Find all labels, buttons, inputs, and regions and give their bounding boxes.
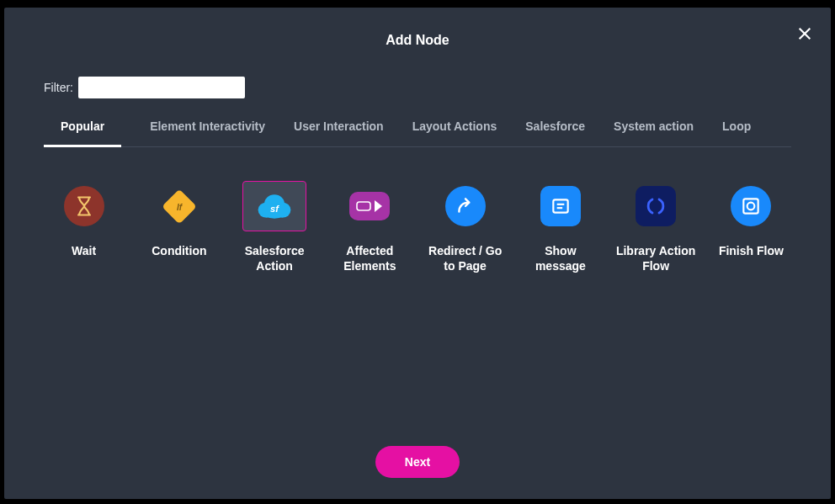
node-icon-wrap bbox=[338, 181, 402, 231]
filter-row: Filter: bbox=[44, 77, 245, 98]
filter-input[interactable] bbox=[78, 77, 245, 98]
tabs: Popular Element Interactivity User Inter… bbox=[44, 119, 791, 147]
node-label: Show message bbox=[520, 243, 600, 273]
node-affected-elements[interactable]: Affected Elements bbox=[330, 181, 410, 273]
node-icon-wrap bbox=[719, 181, 783, 231]
node-label: Wait bbox=[72, 243, 96, 258]
redirect-icon bbox=[445, 186, 486, 226]
finish-flow-icon bbox=[731, 186, 771, 226]
message-icon bbox=[540, 186, 581, 226]
node-grid: Wait If Condition bbox=[44, 181, 791, 273]
node-label: Finish Flow bbox=[719, 243, 784, 258]
next-button[interactable]: Next bbox=[375, 446, 460, 478]
tab-element-interactivity[interactable]: Element Interactivity bbox=[150, 119, 265, 146]
library-icon bbox=[636, 186, 676, 226]
node-icon-wrap: If bbox=[147, 181, 211, 231]
node-icon-wrap bbox=[529, 181, 593, 231]
add-node-modal: Add Node Filter: Popular Element Interac… bbox=[4, 8, 831, 499]
node-label: Affected Elements bbox=[330, 243, 410, 273]
close-button[interactable] bbox=[797, 26, 814, 43]
condition-icon: If bbox=[159, 186, 199, 226]
affected-elements-icon bbox=[349, 192, 390, 220]
wait-icon bbox=[64, 186, 104, 226]
node-finish-flow[interactable]: Finish Flow bbox=[711, 181, 791, 273]
salesforce-icon: sf bbox=[254, 186, 295, 226]
svg-point-14 bbox=[747, 203, 755, 210]
node-icon-wrap bbox=[433, 181, 497, 231]
node-label: Salesforce Action bbox=[235, 243, 315, 273]
node-wait[interactable]: Wait bbox=[44, 181, 124, 273]
close-icon bbox=[797, 26, 812, 41]
filter-label: Filter: bbox=[44, 81, 73, 94]
node-salesforce-action[interactable]: sf Salesforce Action bbox=[235, 181, 315, 273]
svg-text:sf: sf bbox=[270, 204, 279, 214]
node-icon-wrap: sf bbox=[242, 181, 306, 231]
modal-title: Add Node bbox=[4, 33, 831, 48]
node-library-action-flow[interactable]: Library Action Flow bbox=[616, 181, 696, 273]
tab-salesforce[interactable]: Salesforce bbox=[525, 119, 585, 146]
node-label: Redirect / Go to Page bbox=[425, 243, 505, 273]
tab-system-action[interactable]: System action bbox=[614, 119, 694, 146]
tab-user-interaction[interactable]: User Interaction bbox=[294, 119, 384, 146]
svg-rect-13 bbox=[744, 199, 758, 213]
node-icon-wrap bbox=[52, 181, 116, 231]
node-condition[interactable]: If Condition bbox=[139, 181, 219, 273]
svg-rect-10 bbox=[553, 199, 567, 212]
node-label: Condition bbox=[152, 243, 206, 258]
node-show-message[interactable]: Show message bbox=[520, 181, 600, 273]
tab-loop[interactable]: Loop bbox=[722, 119, 751, 146]
svg-rect-9 bbox=[357, 202, 370, 210]
node-label: Library Action Flow bbox=[616, 243, 696, 273]
tab-popular[interactable]: Popular bbox=[44, 119, 121, 147]
tab-layout-actions[interactable]: Layout Actions bbox=[412, 119, 497, 146]
node-redirect[interactable]: Redirect / Go to Page bbox=[425, 181, 505, 273]
node-icon-wrap bbox=[624, 181, 688, 231]
